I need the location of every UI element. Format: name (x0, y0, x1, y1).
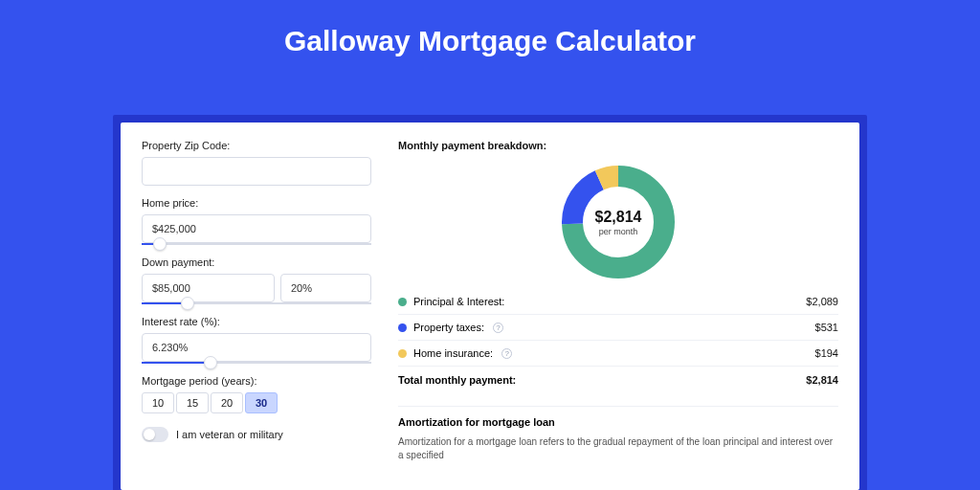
amortization-title: Amortization for mortgage loan (398, 416, 838, 428)
legend-value: $531 (815, 322, 838, 333)
total-value: $2,814 (806, 374, 838, 386)
legend-row: Property taxes:?$531 (398, 315, 838, 341)
breakdown-title: Monthly payment breakdown: (398, 140, 838, 151)
legend-list: Principal & Interest:$2,089Property taxe… (398, 289, 838, 367)
period-option-20[interactable]: 20 (211, 392, 243, 413)
slider-thumb[interactable] (181, 297, 194, 310)
interest-input[interactable] (142, 333, 371, 362)
zip-label: Property Zip Code: (142, 140, 371, 151)
veteran-row: I am veteran or military (142, 427, 371, 442)
donut-center: $2,814 per month (561, 165, 676, 279)
veteran-label: I am veteran or military (176, 429, 283, 440)
home-price-input[interactable] (142, 214, 371, 243)
help-icon[interactable]: ? (493, 323, 503, 333)
donut-amount: $2,814 (595, 209, 642, 226)
down-payment-input[interactable] (142, 274, 275, 302)
page-title: Galloway Mortgage Calculator (0, 0, 980, 77)
slider-thumb[interactable] (204, 356, 217, 369)
down-payment-label: Down payment: (142, 256, 371, 268)
period-option-10[interactable]: 10 (142, 392, 174, 413)
slider-thumb[interactable] (153, 237, 167, 251)
legend-row: Home insurance:?$194 (398, 341, 838, 367)
down-payment-pct-input[interactable] (280, 274, 371, 302)
help-icon[interactable]: ? (501, 348, 512, 359)
zip-input[interactable] (142, 157, 371, 186)
down-payment-field: Down payment: (142, 256, 371, 304)
legend-total-row: Total monthly payment: $2,814 (398, 367, 838, 392)
period-option-30[interactable]: 30 (245, 392, 278, 413)
calculator-card: Property Zip Code: Home price: Down paym… (121, 122, 859, 490)
period-field: Mortgage period (years): 10152030 (142, 375, 371, 413)
zip-field: Property Zip Code: (142, 140, 371, 186)
interest-label: Interest rate (%): (142, 316, 371, 327)
inputs-column: Property Zip Code: Home price: Down paym… (142, 140, 371, 490)
legend-value: $194 (815, 347, 838, 359)
amortization-section: Amortization for mortgage loan Amortizat… (398, 406, 838, 462)
legend-label: Principal & Interest: (413, 296, 504, 307)
interest-field: Interest rate (%): (142, 316, 371, 364)
interest-slider[interactable] (142, 362, 371, 364)
legend-value: $2,089 (806, 296, 838, 307)
donut-sub: per month (599, 227, 638, 236)
legend-label: Property taxes: (413, 322, 484, 333)
home-price-field: Home price: (142, 197, 371, 245)
amortization-text: Amortization for a mortgage loan refers … (398, 435, 838, 462)
legend-dot (398, 298, 407, 306)
total-label: Total monthly payment: (398, 374, 516, 386)
legend-dot (398, 323, 407, 332)
period-label: Mortgage period (years): (142, 375, 371, 387)
legend-row: Principal & Interest:$2,089 (398, 289, 838, 315)
breakdown-column: Monthly payment breakdown: $2,814 per mo… (398, 140, 838, 490)
home-price-slider[interactable] (142, 243, 371, 245)
period-segmented: 10152030 (142, 392, 371, 413)
period-option-15[interactable]: 15 (176, 392, 209, 413)
veteran-toggle[interactable] (142, 427, 168, 442)
legend-dot (398, 349, 407, 358)
legend-label: Home insurance: (413, 347, 493, 359)
down-payment-slider[interactable] (142, 302, 371, 304)
home-price-label: Home price: (142, 197, 371, 209)
donut-chart: $2,814 per month (398, 161, 838, 289)
